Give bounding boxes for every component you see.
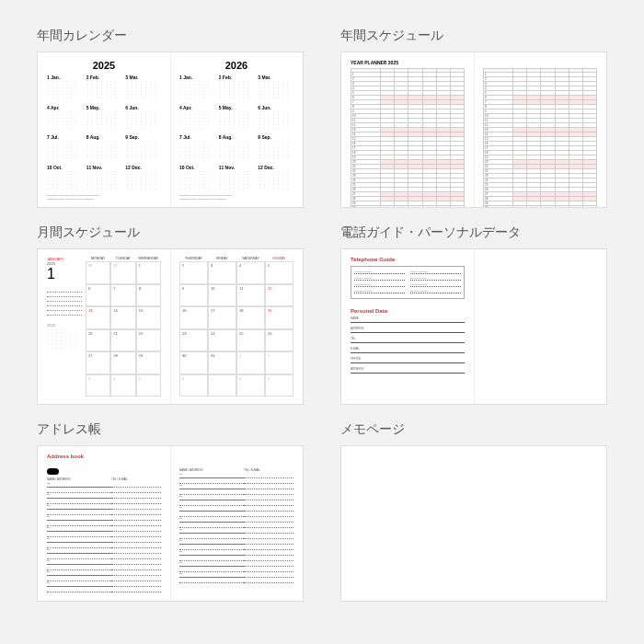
section-label: 電話ガイド・パーソナルデータ <box>340 224 607 241</box>
address-rows-left: —————————— <box>47 482 161 592</box>
address-col-headers: NAME / ADDRESS TEL / E-MAIL <box>47 477 161 481</box>
planner-title: YEAR PLANNER 2025 <box>351 60 465 65</box>
address-col-headers: NAME / ADDRESS TEL / E-MAIL <box>179 468 293 472</box>
address-index-tab <box>47 468 59 475</box>
spread-yearly-calendar: 2025 1 Jan.·····························… <box>37 52 304 208</box>
months-grid-right: 1 Jan.··································… <box>179 75 293 190</box>
memo-page-right <box>474 446 606 601</box>
address-rows-right: —————————— <box>179 473 293 583</box>
weekday-header-left: MONDAYTUESDAYWEDNESDAY <box>86 257 161 260</box>
address-head-left: NAME / ADDRESS <box>47 477 111 481</box>
section-telephone-personal: 電話ガイド・パーソナルデータ Telephone Guide ——— —————… <box>340 224 607 405</box>
dot-grid <box>341 446 474 601</box>
layout-grid: 年間カレンダー 2025 1 Jan.·····················… <box>37 28 607 602</box>
month-number: 1 <box>47 266 82 282</box>
month-grid-left: 30311678131415202122272829345 <box>86 261 161 397</box>
spread-address-book: Address book NAME / ADDRESS TEL / E-MAIL… <box>37 445 304 602</box>
month-notes-area <box>47 288 82 316</box>
section-yearly-schedule: 年間スケジュール YEAR PLANNER 2025 1234567891011… <box>340 28 607 208</box>
address-page-left: Address book NAME / ADDRESS TEL / E-MAIL… <box>38 446 170 601</box>
section-memo: メモページ <box>340 421 607 602</box>
address-page-right: NAME / ADDRESS TEL / E-MAIL —————————— <box>170 446 303 601</box>
spread-telephone-personal: Telephone Guide ——— —————— —————— ——————… <box>340 248 607 405</box>
planner-title-spacer <box>483 60 597 65</box>
address-head-left: NAME / ADDRESS <box>179 468 244 472</box>
personal-data-title: Personal Data <box>351 308 465 314</box>
telephone-guide-title: Telephone Guide <box>351 257 465 262</box>
planner-page-right: 1234567891011121314151617181920212223242… <box>474 52 606 207</box>
section-label: 月間スケジュール <box>37 224 304 241</box>
planner-table-left: 1234567891011121314151617181920212223242… <box>351 68 465 208</box>
mini-calendar: 2025 ···································… <box>47 323 82 351</box>
spread-yearly-schedule: YEAR PLANNER 2025 1234567891011121314151… <box>340 52 607 208</box>
section-label: メモページ <box>340 421 607 438</box>
yearcal-year-right: 2026 <box>179 60 293 71</box>
month-grid-right: 2345910111216171819232425263031126789 <box>179 261 293 397</box>
section-label: 年間カレンダー <box>37 28 304 44</box>
monthly-page-right: THURSDAYFRIDAYSATURDAYSUNDAY 23459101112… <box>170 249 303 404</box>
planner-page-left: YEAR PLANNER 2025 1234567891011121314151… <box>341 52 474 207</box>
spread-monthly: JANUARY 2025 1 2025 ····················… <box>37 248 304 405</box>
personal-data-fields: NAMEADDRESSTELE-MAILOFFICEADDRESS <box>351 316 465 374</box>
yearcal-year-left: 2025 <box>47 60 161 71</box>
memo-page-left <box>341 446 474 601</box>
address-head-right: TEL / E-MAIL <box>244 468 293 472</box>
weekday-header-right: THURSDAYFRIDAYSATURDAYSUNDAY <box>179 257 293 260</box>
section-monthly-schedule: 月間スケジュール JANUARY 2025 1 2025 <box>37 224 304 405</box>
months-grid-left: 1 Jan.··································… <box>47 75 161 190</box>
month-header: JANUARY 2025 <box>47 257 82 266</box>
spread-memo <box>340 445 607 602</box>
monthly-page-left: JANUARY 2025 1 2025 ····················… <box>38 249 170 404</box>
yearcal-footnote: ———— ———— —— ———— ———————— —— ———— —— ——… <box>47 194 161 201</box>
tel-pd-page-right <box>474 249 606 404</box>
section-label: アドレス帳 <box>37 421 304 438</box>
address-head-right: TEL / E-MAIL <box>111 477 161 481</box>
address-book-title: Address book <box>47 454 161 459</box>
yearcal-page-right: 2026 1 Jan.·····························… <box>170 52 303 207</box>
section-address-book: アドレス帳 Address book NAME / ADDRESS TEL / … <box>37 421 304 602</box>
yearcal-footnote: ———— ———— —— ———— ———————— —— ———— —— ——… <box>179 194 293 201</box>
section-yearly-calendar: 年間カレンダー 2025 1 Jan.·····················… <box>37 28 304 208</box>
mini-cal-title: 2025 <box>47 323 82 328</box>
yearcal-page-left: 2025 1 Jan.·····························… <box>38 52 170 207</box>
telephone-guide-box: ——— —————— —————— —————— ——— ——— —————— … <box>351 266 465 299</box>
tel-pd-page-left: Telephone Guide ——— —————— —————— ——————… <box>341 249 474 404</box>
section-label: 年間スケジュール <box>340 28 607 44</box>
planner-table-right: 1234567891011121314151617181920212223242… <box>483 68 597 208</box>
dot-grid <box>474 446 606 601</box>
